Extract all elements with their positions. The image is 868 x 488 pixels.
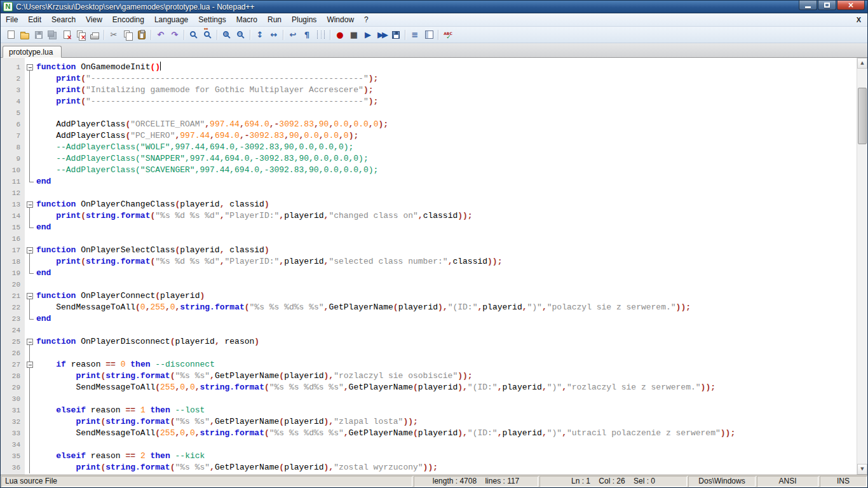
- menu-file[interactable]: File: [1, 13, 23, 26]
- code-line[interactable]: 10 --AddPlayerClass("SCAVENGER",997.44,6…: [1, 165, 867, 176]
- menu-view[interactable]: View: [81, 13, 107, 26]
- code-line[interactable]: 19end: [1, 268, 867, 279]
- code-line[interactable]: 21function OnPlayerConnect(playerid): [1, 290, 867, 302]
- code-line[interactable]: 23end: [1, 313, 867, 325]
- menu-run[interactable]: Run: [262, 13, 287, 26]
- close-file-icon[interactable]: [60, 28, 74, 42]
- vertical-scrollbar[interactable]: ▲ ▼: [857, 58, 867, 475]
- menu-search[interactable]: Search: [46, 13, 81, 26]
- code-line[interactable]: 2 print("-------------------------------…: [1, 73, 867, 85]
- code-line[interactable]: 17function OnPlayerSelectClass(playerid,…: [1, 245, 867, 256]
- code-line[interactable]: 11end: [1, 176, 867, 187]
- menu-settings[interactable]: Settings: [193, 13, 231, 26]
- fold-marker[interactable]: [25, 62, 35, 73]
- code-line[interactable]: 14 print(string.format("%s %d %s %d","Pl…: [1, 210, 867, 222]
- line-number: 7: [1, 130, 25, 142]
- code-line[interactable]: 6 AddPlayerClass("ORCELITE_ROAM",997.44,…: [1, 119, 867, 130]
- code-line[interactable]: 12: [1, 187, 867, 199]
- code-text: [35, 279, 36, 290]
- copy-icon[interactable]: [121, 28, 135, 42]
- paste-icon[interactable]: [135, 28, 149, 42]
- new-file-icon[interactable]: [4, 28, 18, 42]
- document-map-icon[interactable]: [422, 28, 436, 42]
- macro-record-icon[interactable]: ●: [333, 28, 347, 42]
- code-line[interactable]: 30: [1, 393, 867, 405]
- code-line[interactable]: 7 AddPlayerClass("PC_HERO",997.44,694.0,…: [1, 130, 867, 142]
- spell-check-icon[interactable]: [441, 28, 455, 42]
- minimize-button[interactable]: [799, 1, 817, 10]
- close-button[interactable]: ×: [837, 1, 865, 10]
- zoom-in-icon[interactable]: [220, 28, 234, 42]
- macro-stop-icon[interactable]: ■: [347, 28, 361, 42]
- show-indent-guide-icon[interactable]: [314, 28, 328, 42]
- code-line[interactable]: 35 elseif reason == 2 then --kick: [1, 451, 867, 462]
- code-line[interactable]: 34: [1, 439, 867, 451]
- code-line[interactable]: 4 print("-------------------------------…: [1, 96, 867, 107]
- scroll-down-button[interactable]: ▼: [857, 464, 867, 475]
- macro-play-icon[interactable]: ▶: [361, 28, 375, 42]
- fold-marker[interactable]: [25, 359, 35, 370]
- word-wrap-icon[interactable]: ↩: [286, 28, 300, 42]
- code-line[interactable]: 20: [1, 279, 867, 290]
- code-line[interactable]: 26: [1, 348, 867, 359]
- cut-icon[interactable]: ✂: [107, 28, 121, 42]
- status-insert-mode[interactable]: INS: [820, 476, 867, 487]
- code-line[interactable]: 13function OnPlayerChangeClass(playerid,…: [1, 199, 867, 210]
- close-document-button[interactable]: X: [850, 13, 867, 26]
- code-line[interactable]: 9 --AddPlayerClass("SNAPPER",997.44,694.…: [1, 153, 867, 165]
- scrollbar-thumb[interactable]: [858, 88, 867, 144]
- code-line[interactable]: 5: [1, 107, 867, 119]
- menu-macro[interactable]: Macro: [231, 13, 262, 26]
- menu-bar: FileEditSearchViewEncodingLanguageSettin…: [1, 13, 867, 27]
- print-icon[interactable]: [88, 28, 102, 42]
- function-list-icon[interactable]: ≡: [408, 28, 422, 42]
- fold-marker[interactable]: [25, 290, 35, 302]
- code-line[interactable]: 31 elseif reason == 1 then --lost: [1, 405, 867, 416]
- code-line[interactable]: 24: [1, 325, 867, 336]
- fold-marker[interactable]: [25, 199, 35, 210]
- code-line[interactable]: 27 if reason == 0 then --disconnect: [1, 359, 867, 370]
- menu-plugins[interactable]: Plugins: [287, 13, 322, 26]
- maximize-button[interactable]: [818, 1, 836, 10]
- close-all-icon[interactable]: [74, 28, 88, 42]
- tab-prototype-lua[interactable]: prototype.lua: [3, 46, 62, 58]
- sync-vertical-scrolling-icon[interactable]: ↕: [253, 28, 267, 42]
- fold-marker[interactable]: [25, 336, 35, 348]
- open-file-icon[interactable]: [18, 28, 32, 42]
- replace-icon[interactable]: [201, 28, 215, 42]
- tab-bar: prototype.lua: [1, 43, 867, 58]
- macro-run-multiple-icon[interactable]: ▶▶: [375, 28, 389, 42]
- code-line[interactable]: 28 print(string.format("%s %s",GetPlayer…: [1, 370, 867, 382]
- code-line[interactable]: 1function OnGamemodeInit(): [1, 62, 867, 73]
- code-line[interactable]: 36 print(string.format("%s %s",GetPlayer…: [1, 462, 867, 473]
- code-line[interactable]: 15end: [1, 222, 867, 233]
- editor[interactable]: 1function OnGamemodeInit()2 print("-----…: [1, 58, 867, 475]
- sync-horizontal-scrolling-icon[interactable]: ↔: [267, 28, 281, 42]
- save-icon[interactable]: [32, 28, 46, 42]
- find-icon[interactable]: [187, 28, 201, 42]
- code-line[interactable]: 25function OnPlayerDisconnect(playerid, …: [1, 336, 867, 348]
- code-line[interactable]: 29 SendMessageToAll(255,0,0,string.forma…: [1, 382, 867, 393]
- menu-language[interactable]: Language: [149, 13, 193, 26]
- macro-save-icon[interactable]: [389, 28, 403, 42]
- menu-edit[interactable]: Edit: [23, 13, 46, 26]
- code-line[interactable]: 3 print("Initalizing gamemode for Gothic…: [1, 85, 867, 96]
- status-eol-format[interactable]: Dos\Windows: [688, 476, 756, 487]
- menu-window[interactable]: Window: [322, 13, 359, 26]
- save-all-icon[interactable]: [46, 28, 60, 42]
- fold-marker[interactable]: [25, 245, 35, 256]
- show-all-characters-icon[interactable]: ¶: [300, 28, 314, 42]
- scroll-up-button[interactable]: ▲: [857, 58, 867, 69]
- undo-icon[interactable]: ↶: [154, 28, 168, 42]
- code-line[interactable]: 32 print(string.format("%s %s",GetPlayer…: [1, 416, 867, 428]
- redo-icon[interactable]: ↷: [168, 28, 182, 42]
- menu-encoding[interactable]: Encoding: [107, 13, 149, 26]
- code-line[interactable]: 33 SendMessageToAll(255,0,0,string.forma…: [1, 428, 867, 439]
- menu-help[interactable]: ?: [359, 13, 374, 26]
- code-line[interactable]: 16: [1, 233, 867, 245]
- zoom-out-icon[interactable]: [234, 28, 248, 42]
- status-encoding[interactable]: ANSI: [757, 476, 818, 487]
- code-line[interactable]: 8 --AddPlayerClass("WOLF",997.44,694.0,-…: [1, 142, 867, 153]
- code-line[interactable]: 18 print(string.format("%s %d %s %d","Pl…: [1, 256, 867, 268]
- code-line[interactable]: 22 SendMessageToAll(0,255,0,string.forma…: [1, 302, 867, 313]
